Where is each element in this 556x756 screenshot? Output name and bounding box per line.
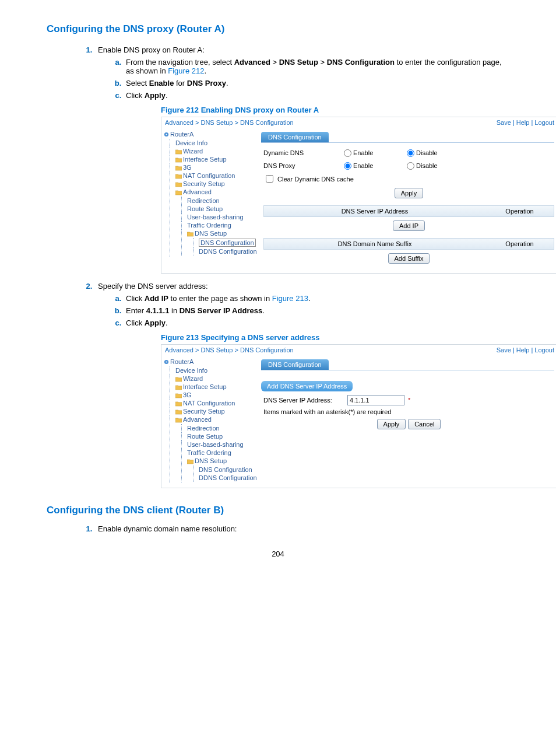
t: .: [226, 79, 228, 88]
section-heading-router-a: Configuring the DNS proxy (Router A): [47, 23, 509, 35]
sidebar-item-device-info[interactable]: Device Info: [175, 367, 207, 374]
t: .: [166, 91, 168, 100]
folder-icon: [175, 158, 182, 163]
breadcrumb: Advanced > DNS Setup > DNS Configuration: [165, 346, 294, 354]
tab-dns-configuration[interactable]: DNS Configuration: [261, 359, 329, 370]
subtab-add-dns-ip: Add DNS Server IP Address: [261, 381, 353, 391]
dynamic-dns-disable[interactable]: Disable: [407, 149, 459, 157]
t: .: [262, 306, 265, 315]
apply-button[interactable]: Apply: [395, 188, 424, 198]
dynamic-dns-enable[interactable]: Enable: [344, 149, 396, 157]
folder-icon: [175, 174, 182, 179]
b: DNS Proxy: [187, 79, 226, 88]
dns-proxy-enable[interactable]: Enable: [344, 162, 396, 170]
page-number: 204: [47, 550, 509, 558]
logout-link[interactable]: Logout: [534, 119, 554, 126]
sidebar-item-interface-setup[interactable]: Interface Setup: [183, 383, 227, 390]
add-suffix-button[interactable]: Add Suffix: [388, 253, 430, 264]
folder-icon: [175, 401, 182, 407]
figure-213-link[interactable]: Figure 213: [272, 294, 308, 303]
t: .: [308, 294, 311, 303]
step-1a: From the navigation tree, select Advance…: [124, 58, 509, 75]
step-1-text: Enable DNS proxy on Router A:: [98, 46, 205, 54]
figure-212-caption: Figure 212 Enabling DNS proxy on Router …: [161, 106, 509, 114]
sidebar-item-dns-setup[interactable]: DNS Setup: [195, 230, 227, 237]
t: Disable: [416, 162, 438, 169]
label-dns-server-ip: DNS Server IP Address:: [263, 397, 345, 404]
sidebar-item-route-setup[interactable]: Route Setup: [187, 433, 223, 440]
figure-213-screenshot: Advanced > DNS Setup > DNS Configuration…: [161, 344, 556, 488]
sidebar-item-interface-setup[interactable]: Interface Setup: [183, 156, 227, 163]
sidebar-item-security[interactable]: Security Setup: [183, 408, 225, 415]
t: Enter: [126, 306, 146, 315]
b: Apply: [145, 91, 166, 100]
required-asterisk: *: [408, 397, 410, 404]
sidebar-item-dns-setup[interactable]: DNS Setup: [195, 457, 227, 464]
sidebar-item-dns-configuration[interactable]: DNS Configuration: [199, 466, 252, 473]
sidebar-item-dns-configuration[interactable]: DNS Configuration: [199, 239, 256, 247]
router-icon: [164, 132, 169, 137]
b: Enable: [149, 79, 174, 88]
save-link[interactable]: Save: [497, 346, 511, 354]
sidebar-item-nat[interactable]: NAT Configuration: [183, 172, 235, 179]
add-ip-button[interactable]: Add IP: [393, 220, 425, 231]
step-2a: Click Add IP to enter the page as shown …: [124, 294, 509, 303]
step-1b: Select Enable for DNS Proxy.: [124, 79, 509, 88]
main-panel: DNS Configuration Add DNS Server IP Addr…: [254, 356, 556, 488]
sidebar-item-wizard[interactable]: Wizard: [183, 148, 203, 155]
t: From the navigation tree, select: [126, 58, 234, 66]
sidebar-item-route-setup[interactable]: Route Setup: [187, 205, 223, 212]
sidebar-item-device-info[interactable]: Device Info: [175, 139, 207, 146]
sidebar-item-user-based-sharing[interactable]: User-based-sharing: [187, 441, 244, 448]
top-links: Save | Help | Logout: [497, 119, 554, 126]
sidebar-item-redirection[interactable]: Redirection: [187, 197, 220, 204]
folder-icon: [175, 166, 182, 171]
col-operation: Operation: [485, 206, 554, 216]
logout-link[interactable]: Logout: [534, 346, 554, 354]
tab-dns-configuration[interactable]: DNS Configuration: [261, 132, 329, 142]
device-node[interactable]: RouterA: [164, 131, 251, 138]
folder-icon: [175, 410, 182, 415]
t: to enter the page as shown in: [168, 294, 272, 303]
sidebar-item-advanced[interactable]: Advanced: [183, 416, 212, 423]
device-name: RouterA: [170, 131, 193, 138]
sidebar-item-nat[interactable]: NAT Configuration: [183, 400, 235, 407]
folder-icon: [175, 377, 182, 382]
dns-server-ip-table-header: DNS Server IP Address Operation: [263, 205, 554, 217]
sidebar-item-redirection[interactable]: Redirection: [187, 425, 220, 432]
sidebar-item-ddns-configuration[interactable]: DDNS Configuration: [199, 248, 257, 255]
figure-213-caption: Figure 213 Specifying a DNS server addre…: [161, 333, 509, 342]
sidebar-item-wizard[interactable]: Wizard: [183, 375, 203, 382]
step-1c: Click Apply.: [124, 91, 509, 100]
step-1: Enable DNS proxy on Router A: From the n…: [94, 46, 509, 274]
device-node[interactable]: RouterA: [164, 358, 251, 365]
help-link[interactable]: Help: [516, 119, 530, 126]
dns-server-ip-input[interactable]: [347, 395, 404, 405]
svg-point-1: [166, 134, 167, 135]
folder-icon: [175, 190, 182, 195]
cancel-button[interactable]: Cancel: [408, 419, 441, 429]
folder-icon: [175, 149, 182, 155]
dns-proxy-disable[interactable]: Disable: [407, 162, 459, 170]
bold-dns-config: DNS Configuration: [327, 58, 395, 66]
bold-advanced: Advanced: [234, 58, 270, 66]
sidebar-item-traffic-ordering[interactable]: Traffic Ordering: [187, 222, 231, 229]
step-2-text: Specify the DNS server address:: [98, 282, 208, 290]
sidebar-item-advanced[interactable]: Advanced: [183, 188, 212, 195]
apply-button[interactable]: Apply: [377, 419, 406, 429]
figure-212-screenshot: Advanced > DNS Setup > DNS Configuration…: [161, 117, 556, 274]
t: for: [174, 79, 186, 88]
folder-icon: [175, 418, 182, 423]
sidebar-item-traffic-ordering[interactable]: Traffic Ordering: [187, 449, 231, 456]
t: Select: [126, 79, 149, 88]
sidebar-item-3g[interactable]: 3G: [183, 391, 192, 398]
figure-212-link[interactable]: Figure 212: [168, 66, 204, 75]
sidebar-item-security[interactable]: Security Setup: [183, 180, 225, 187]
save-link[interactable]: Save: [497, 119, 511, 126]
clear-dns-cache-checkbox[interactable]: [266, 175, 273, 183]
sidebar-item-user-based-sharing[interactable]: User-based-sharing: [187, 214, 244, 220]
sidebar-item-ddns-configuration[interactable]: DDNS Configuration: [199, 474, 257, 481]
col-dns-server-ip: DNS Server IP Address: [264, 206, 485, 216]
help-link[interactable]: Help: [516, 346, 530, 354]
sidebar-item-3g[interactable]: 3G: [183, 164, 192, 171]
